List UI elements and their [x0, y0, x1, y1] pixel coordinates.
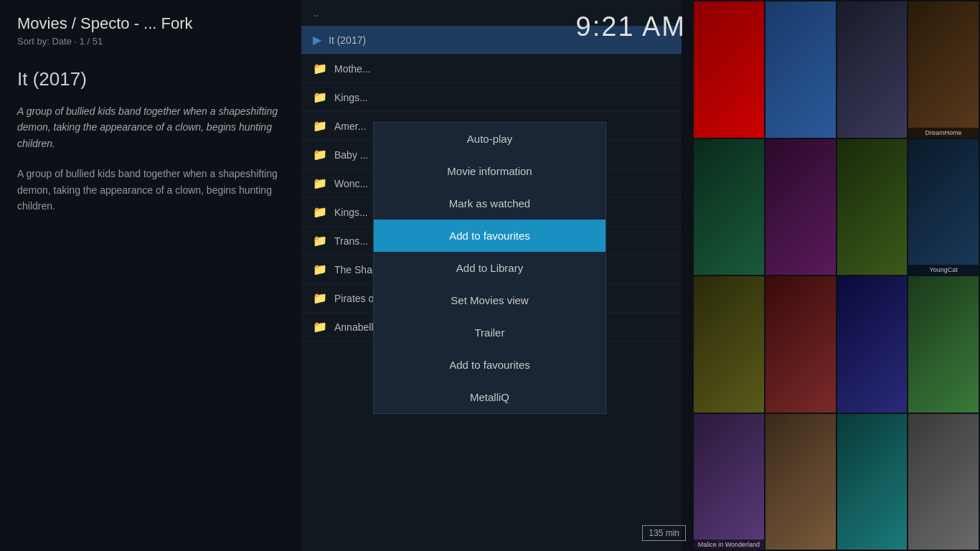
thumbnail[interactable]	[837, 414, 908, 550]
list-item[interactable]: 📁 Mothe...	[301, 55, 682, 83]
thumbnail[interactable]	[908, 276, 979, 413]
context-menu-set-movies-view[interactable]: Set Movies view	[374, 284, 606, 316]
movie-description-italic: A group of bullied kids band together wh…	[17, 103, 284, 151]
context-menu-mark-watched[interactable]: Mark as watched	[374, 187, 606, 220]
context-menu-autoplay[interactable]: Auto-play	[374, 123, 606, 155]
context-menu-add-library[interactable]: Add to Library	[374, 252, 606, 284]
thumbnail[interactable]: DreamHome	[908, 1, 979, 138]
thumbnail[interactable]	[765, 276, 836, 413]
folder-icon: 📁	[313, 119, 327, 133]
folder-icon: 📁	[313, 234, 327, 248]
context-menu-movie-info[interactable]: Movie information	[374, 155, 606, 187]
thumbnail[interactable]	[908, 414, 979, 550]
thumbnail[interactable]	[837, 139, 908, 276]
thumbnail[interactable]	[837, 1, 908, 138]
list-item-label: Kings...	[334, 92, 368, 103]
folder-icon: ▶	[313, 33, 321, 47]
list-item-label: Mothe...	[334, 63, 371, 75]
folder-icon: 📁	[313, 90, 327, 104]
breadcrumb: Movies / Specto - ... Fork	[17, 14, 284, 33]
folder-icon: 📁	[313, 263, 327, 276]
left-panel: Movies / Specto - ... Fork Sort by: Date…	[0, 0, 301, 551]
thumbnail[interactable]: Malice in Wonderland	[694, 414, 764, 550]
folder-icon: 📁	[313, 148, 327, 161]
folder-icon: 📁	[313, 176, 327, 190]
context-menu-add-favourites-2[interactable]: Add to favourites	[374, 349, 606, 381]
duration-badge: 135 min	[642, 525, 686, 541]
folder-icon: 📁	[313, 62, 327, 75]
thumbnail[interactable]	[694, 276, 764, 413]
clock: 9:21 AM	[576, 11, 686, 42]
list-item-label: Wonc...	[334, 178, 368, 189]
list-item-label: Trans...	[334, 235, 368, 247]
thumbnail[interactable]	[694, 139, 764, 276]
folder-icon: 📁	[313, 205, 327, 219]
thumbnail[interactable]	[694, 1, 764, 138]
list-item-label: It (2017)	[329, 34, 366, 46]
context-menu-metalliq[interactable]: MetalliQ	[374, 381, 606, 413]
context-menu: Auto-play Movie information Mark as watc…	[373, 122, 606, 414]
list-item[interactable]: 📁 Kings...	[301, 83, 682, 112]
list-item-label: Baby ...	[334, 149, 368, 161]
context-menu-trailer[interactable]: Trailer	[374, 316, 606, 349]
sort-info: Sort by: Date · 1 / 51	[17, 36, 284, 47]
thumbnail[interactable]	[765, 414, 836, 550]
right-panel: DreamHome YoungCat Malice in Wonderland	[692, 0, 980, 551]
thumbnail[interactable]	[765, 1, 836, 138]
folder-icon: 📁	[313, 320, 327, 334]
thumbnail[interactable]: YoungCat	[908, 139, 979, 276]
movie-title: It (2017)	[17, 68, 284, 90]
thumbnail[interactable]	[765, 139, 836, 276]
context-menu-add-favourites-1[interactable]: Add to favourites	[374, 220, 606, 252]
thumbnail[interactable]	[837, 276, 908, 413]
movie-description: A group of bullied kids band together wh…	[17, 166, 284, 214]
list-item-label: Amer...	[334, 121, 366, 132]
folder-icon: 📁	[313, 291, 327, 305]
list-item-label: Kings...	[334, 207, 368, 218]
